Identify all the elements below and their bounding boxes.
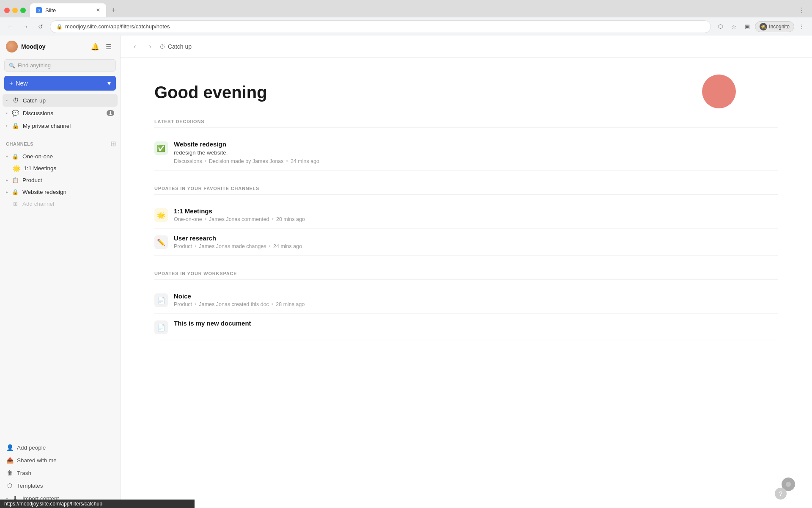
update-title[interactable]: User research (174, 235, 778, 242)
sidebar-menu-button[interactable]: ☰ (103, 41, 114, 52)
update-time: 20 mins ago (276, 216, 305, 222)
browser-options-button[interactable]: ⋮ (796, 21, 808, 33)
sidebar-item-trash[interactable]: 🗑 Trash (3, 467, 118, 479)
update-content: This is my new document (174, 320, 778, 334)
expand-arrow: ▸ (6, 190, 8, 194)
decision-channel[interactable]: Discussions (174, 158, 202, 164)
channels-list: ▾ 🔒 One-on-one 🌟 1:1 Meetings ▸ 📋 Produc… (0, 150, 120, 210)
new-button[interactable]: + New ▾ (4, 76, 116, 91)
sidebar-button[interactable]: ▣ (741, 21, 753, 33)
main-area: ‹ › ⏱ Catch up Good evening LATEST DECIS… (121, 36, 812, 508)
address-text: moodjoy.slite.com/app/filters/catchup/no… (65, 23, 170, 30)
update-card-1-1-meetings: 🌟 1:1 Meetings One-on-one • James Jonas … (154, 202, 778, 229)
update-action: James Jonas made changes (199, 243, 266, 249)
minimize-window-button[interactable] (12, 8, 18, 13)
update-channel[interactable]: Product (174, 243, 192, 249)
updates-workspace-section: UPDATES IN YOUR WORKSPACE 📄 Noice Produc… (154, 271, 778, 340)
meta-separator: • (195, 243, 196, 249)
refresh-button[interactable]: ↺ (35, 21, 47, 33)
sidebar-channel-product[interactable]: ▸ 📋 Product (0, 174, 120, 186)
sidebar-item-catchup[interactable]: • ⏱ Catch up (3, 94, 118, 107)
sidebar-header: Moodjoy 🔔 ☰ (0, 36, 120, 58)
channels-section-title: Channels (6, 141, 33, 146)
status-url: https://moodjoy.slite.com/app/filters/ca… (4, 501, 102, 507)
update-channel[interactable]: Product (174, 301, 192, 307)
page-greeting: Good evening (154, 83, 778, 102)
sidebar-channel-one-on-one[interactable]: ▾ 🔒 One-on-one (0, 150, 120, 162)
pencil-icon: ✏️ (157, 238, 165, 246)
catchup-label: Catch up (23, 97, 114, 104)
expand-arrow: ▸ (6, 178, 8, 182)
main-back-button[interactable]: ‹ (129, 41, 141, 52)
trash-label: Trash (17, 470, 31, 476)
address-lock-icon: 🔒 (56, 24, 63, 30)
update-channel[interactable]: One-on-one (174, 216, 202, 222)
sidebar-channel-website-redesign[interactable]: ▸ 🔒 Website redesign (0, 186, 120, 198)
browser-menu-button[interactable]: ⋮ (796, 4, 808, 16)
private-icon: 🔒 (12, 122, 19, 130)
sidebar-item-templates[interactable]: ⬡ Templates (3, 479, 118, 492)
update-card-new-document: 📄 This is my new document (154, 314, 778, 340)
browser-chrome: S Slite ✕ + ⋮ ← → ↺ 🔒 moodjoy.slite.com/… (0, 0, 812, 36)
update-title[interactable]: This is my new document (174, 320, 778, 327)
help-button[interactable]: ? (775, 488, 787, 500)
maximize-window-button[interactable] (20, 8, 26, 13)
new-tab-button[interactable]: + (108, 4, 120, 16)
cast-button[interactable]: ⬡ (714, 21, 726, 33)
update-card-user-research: ✏️ User research Product • James Jonas m… (154, 229, 778, 256)
bookmark-button[interactable]: ☆ (728, 21, 740, 33)
forward-button[interactable]: → (19, 21, 31, 33)
incognito-badge[interactable]: 🕵 Incognito (755, 21, 794, 32)
close-window-button[interactable] (4, 8, 10, 13)
templates-label: Templates (17, 483, 43, 489)
breadcrumb: ⏱ Catch up (159, 43, 192, 50)
sidebar-header-actions: 🔔 ☰ (90, 41, 114, 52)
add-channel-icon-button[interactable]: ⊞ (110, 139, 117, 149)
sidebar-channel-add[interactable]: ▸ ⊞ Add channel (0, 198, 120, 210)
notifications-button[interactable]: 🔔 (90, 41, 101, 52)
update-content: Noice Product • James Jonas created this… (174, 293, 778, 307)
update-time: 24 mins ago (273, 243, 302, 249)
sidebar-item-private[interactable]: • 🔒 My private channel (3, 119, 118, 132)
workspace-name: Moodjoy (21, 43, 86, 50)
decision-title[interactable]: Website redesign (174, 141, 778, 148)
one-on-one-label: One-on-one (22, 153, 117, 160)
main-forward-button[interactable]: › (144, 41, 156, 52)
update-icon: 📄 (154, 320, 168, 334)
update-content: User research Product • James Jonas made… (174, 235, 778, 249)
incognito-label: Incognito (769, 24, 790, 30)
update-title[interactable]: 1:1 Meetings (174, 207, 778, 215)
update-icon: 📄 (154, 293, 168, 307)
one-on-one-icon: 🔒 (11, 152, 19, 160)
add-channel-icon: ⊞ (11, 200, 19, 207)
browser-window-controls (4, 8, 26, 13)
update-meta: Product • James Jonas created this doc •… (174, 301, 778, 307)
back-button[interactable]: ← (4, 21, 16, 33)
svg-point-0 (786, 482, 791, 487)
content-wrapper: Good evening LATEST DECISIONS ✅ Website … (154, 83, 778, 340)
star-icon: 🌟 (157, 211, 165, 219)
templates-icon: ⬡ (6, 482, 14, 489)
sidebar-item-discussions[interactable]: • 💬 Discussions 1 (3, 107, 118, 119)
meta-separator: • (272, 216, 274, 222)
doc-icon: 📄 (157, 296, 165, 304)
trash-icon: 🗑 (6, 469, 14, 477)
browser-tab[interactable]: S Slite ✕ (30, 3, 106, 17)
sidebar-item-add-people[interactable]: 👤 Add people (3, 441, 118, 454)
update-title[interactable]: Noice (174, 293, 778, 300)
browser-action-buttons: ⬡ ☆ ▣ 🕵 Incognito ⋮ (714, 21, 808, 33)
sidebar-item-shared[interactable]: 📤 Shared with me (3, 454, 118, 467)
latest-decisions-section: LATEST DECISIONS ✅ Website redesign rede… (154, 119, 778, 171)
catchup-icon: ⏱ (12, 97, 19, 104)
sidebar-channel-1-1-meetings[interactable]: 🌟 1:1 Meetings (0, 162, 120, 174)
add-people-label: Add people (17, 444, 46, 451)
search-bar[interactable]: 🔍 Find anything (4, 59, 116, 72)
shared-icon: 📤 (6, 456, 14, 464)
meta-separator: • (272, 301, 273, 307)
latest-decisions-header: LATEST DECISIONS (154, 119, 778, 128)
address-bar[interactable]: 🔒 moodjoy.slite.com/app/filters/catchup/… (50, 20, 711, 33)
search-icon: 🔍 (9, 63, 15, 69)
breadcrumb-label: Catch up (168, 43, 192, 50)
update-time: 28 mins ago (276, 301, 304, 307)
tab-close-button[interactable]: ✕ (96, 7, 100, 13)
